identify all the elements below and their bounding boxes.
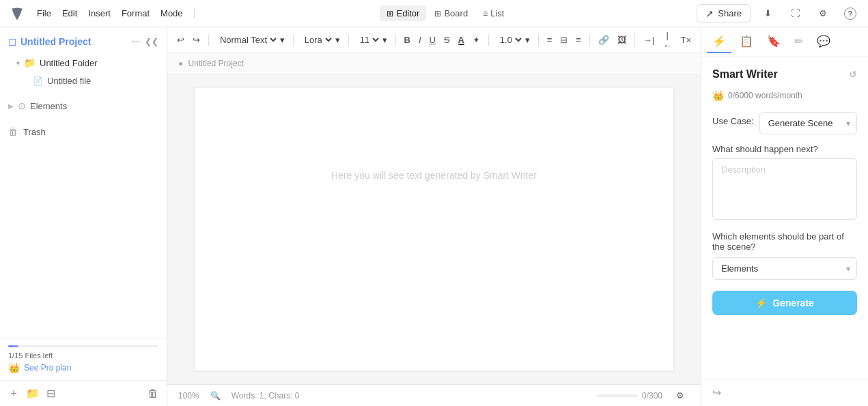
breadcrumb: ● Untitled Project: [167, 53, 701, 74]
tab-document[interactable]: 📋: [734, 31, 759, 53]
mode-editor[interactable]: ⊞ Editor: [380, 5, 426, 21]
settings-button[interactable]: ⚙: [813, 4, 832, 23]
text-style-arrow: ▾: [280, 35, 285, 45]
help-button[interactable]: ?: [841, 4, 860, 23]
unordered-list-button[interactable]: ⊟: [557, 33, 570, 46]
nav-format[interactable]: Format: [122, 8, 150, 18]
sidebar-footer-actions: ＋ 📁 ⊟ 🗑: [0, 380, 167, 406]
files-progress-bar: [8, 345, 158, 347]
nav-mode[interactable]: Mode: [160, 8, 183, 18]
checklist-button[interactable]: ≡: [573, 33, 584, 46]
line-spacing-dropdown[interactable]: 1.0: [497, 34, 524, 46]
quota-crown-icon: 👑: [712, 90, 724, 101]
quota-text: 0/6000 words/month: [728, 91, 802, 100]
link-button[interactable]: 🔗: [596, 33, 612, 46]
nav-file[interactable]: File: [37, 8, 51, 18]
line-spacing-select[interactable]: 1.0 ▾: [494, 33, 533, 47]
clear-format-button[interactable]: T×: [677, 33, 694, 46]
zoom-icon: 🔍: [210, 391, 221, 401]
tab-comment[interactable]: 💬: [811, 31, 836, 53]
top-nav: File Edit Insert Format Mode ⊞ Editor ⊞ …: [0, 0, 868, 27]
tab-bookmark[interactable]: 🔖: [761, 31, 786, 53]
char-count: 0/300: [642, 391, 662, 401]
sidebar-project[interactable]: ◻ Untitled Project ··· ❮❮: [0, 30, 167, 53]
share-label: Share: [718, 8, 742, 18]
elements-select[interactable]: Elements: [712, 257, 857, 280]
sidebar-trash[interactable]: 🗑 Trash: [0, 121, 167, 143]
sidebar-collapse-icon[interactable]: ❮❮: [145, 37, 158, 46]
zoom-level: 100%: [178, 391, 199, 401]
project-title: Untitled Project: [20, 36, 128, 47]
nav-insert[interactable]: Insert: [88, 8, 111, 18]
tab-edit[interactable]: ✏: [789, 31, 809, 53]
tab-smart-writer[interactable]: ⚡: [707, 31, 731, 53]
use-case-select-wrap: Generate Scene Generate Dialogue Generat…: [759, 112, 857, 134]
use-case-label: Use Case:: [712, 116, 754, 126]
nav-actions: ↗ Share ⬇ ⛶ ⚙ ?: [697, 4, 860, 23]
highlight-button[interactable]: ✦: [470, 33, 483, 46]
undo-button[interactable]: ↩: [174, 33, 187, 46]
right-panel-tabs: ⚡ 📋 🔖 ✏ 💬: [701, 27, 868, 57]
indent-left-button[interactable]: |←: [660, 29, 675, 52]
bold-button[interactable]: B: [402, 33, 413, 46]
share-icon: ↗: [705, 8, 714, 19]
strikethrough-button[interactable]: S: [441, 33, 453, 46]
ordered-list-button[interactable]: ≡: [544, 33, 555, 46]
generate-button[interactable]: ⚡ Generate: [712, 291, 857, 315]
breadcrumb-text: Untitled Project: [188, 59, 244, 68]
image-button[interactable]: 🖼: [615, 33, 629, 46]
indent-right-button[interactable]: →|: [641, 33, 657, 46]
font-size-dropdown[interactable]: 11: [357, 34, 381, 46]
editor-settings-button[interactable]: ⚙: [671, 386, 690, 405]
sidebar-elements[interactable]: ▶ ⊙ Elements: [0, 95, 167, 115]
mode-board[interactable]: ⊞ Board: [428, 5, 475, 21]
underline-button[interactable]: U: [427, 33, 438, 46]
elements-label: Elements: [30, 101, 67, 111]
right-panel-footer: ↪: [701, 379, 868, 406]
sidebar-file[interactable]: 📄 Untitled file: [0, 72, 167, 89]
folder-icon: 📁: [24, 57, 36, 68]
text-color-button[interactable]: A: [456, 33, 467, 46]
use-case-select[interactable]: Generate Scene Generate Dialogue Generat…: [759, 112, 857, 134]
trash-label: Trash: [23, 127, 46, 137]
text-style-select[interactable]: Normal Text ▾: [214, 33, 288, 47]
export-button[interactable]: ↪: [712, 386, 721, 399]
file-title: Untitled file: [47, 76, 91, 86]
delete-button[interactable]: 🗑: [148, 388, 158, 400]
add-folder-button[interactable]: 📁: [26, 387, 40, 400]
sidebar-folder[interactable]: ▾ 📁 Untitled Folder: [0, 53, 167, 72]
mode-list[interactable]: ≡ List: [476, 5, 511, 21]
share-button[interactable]: ↗ Share: [697, 4, 751, 23]
editor-footer-right: 0/300 ⚙: [597, 386, 690, 405]
quota-row: 👑 0/6000 words/month: [712, 90, 857, 101]
toolbar-sep-5: [488, 34, 489, 46]
files-progress-fill: [8, 345, 18, 347]
text-style-dropdown[interactable]: Normal Text: [217, 34, 279, 46]
toolbar-sep-4: [395, 34, 396, 46]
gear-icon: ⚙: [819, 8, 827, 18]
font-select[interactable]: Lora ▾: [299, 33, 343, 47]
redo-button[interactable]: ↪: [190, 33, 203, 46]
fullscreen-icon: ⛶: [791, 8, 800, 18]
toolbar-sep-3: [348, 34, 349, 46]
italic-button[interactable]: I: [416, 33, 424, 46]
files-left-text: 1/15 Files left: [8, 351, 158, 360]
list-mode-label: List: [490, 8, 504, 18]
download-button[interactable]: ⬇: [759, 4, 778, 23]
font-dropdown[interactable]: Lora: [302, 34, 334, 46]
pro-plan-link[interactable]: 👑 See Pro plan: [8, 362, 158, 373]
font-size-select[interactable]: 11 ▾: [354, 33, 390, 47]
description-textarea[interactable]: [712, 158, 857, 220]
elements-scene-label: Which elements should be part of the sce…: [712, 231, 857, 252]
trash-icon: 🗑: [8, 126, 18, 137]
editor-page[interactable]: Here you will see text generated by Smar…: [195, 88, 673, 371]
smart-writer-reset-button[interactable]: ↺: [849, 69, 857, 80]
folder-expand-icon: ▾: [16, 59, 20, 67]
quota-value: 0/6000: [728, 91, 753, 100]
nav-edit[interactable]: Edit: [62, 8, 77, 18]
editor-content[interactable]: Here you will see text generated by Smar…: [167, 74, 701, 384]
add-item-button[interactable]: ＋: [8, 386, 19, 401]
fullscreen-button[interactable]: ⛶: [786, 4, 805, 23]
add-block-button[interactable]: ⊟: [46, 387, 55, 400]
project-more-icon[interactable]: ···: [132, 35, 141, 48]
